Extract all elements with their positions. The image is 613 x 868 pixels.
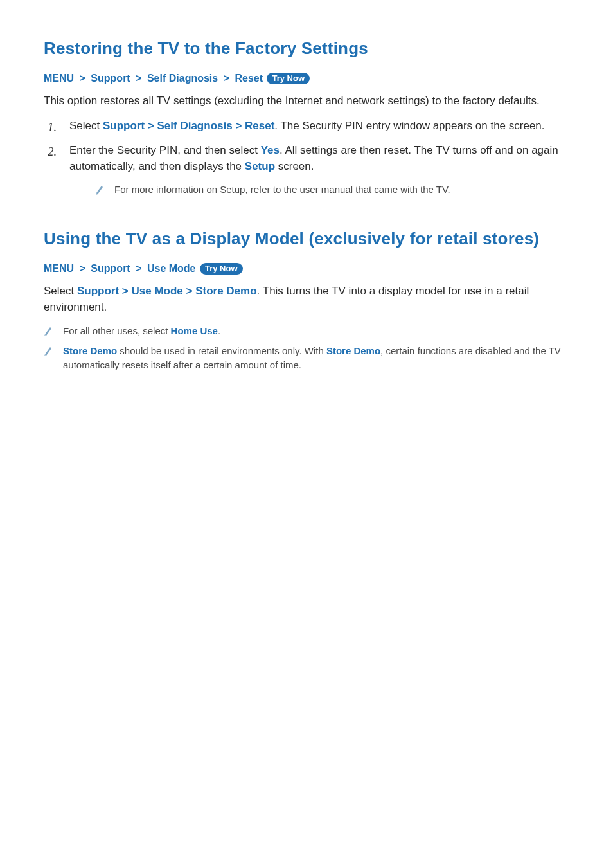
menu-path-item: Use Mode bbox=[147, 263, 196, 274]
pencil-note-icon bbox=[44, 345, 53, 357]
pencil-note-icon bbox=[95, 184, 104, 195]
chevron-right-icon: > bbox=[233, 120, 245, 132]
chevron-right-icon: > bbox=[183, 285, 195, 297]
chevron-right-icon: > bbox=[119, 285, 131, 297]
keyword: Home Use bbox=[171, 325, 218, 336]
section-gap bbox=[44, 206, 569, 229]
note-row: Store Demo should be used in retail envi… bbox=[44, 344, 569, 373]
keyword: Setup bbox=[245, 160, 275, 172]
page: Restoring the TV to the Factory Settings… bbox=[0, 0, 613, 417]
menu-path-item: Self Diagnosis bbox=[147, 73, 218, 84]
section-title-display-model: Using the TV as a Display Model (exclusi… bbox=[44, 229, 569, 249]
menu-path-item: Support bbox=[91, 73, 130, 84]
keyword: Store Demo bbox=[63, 345, 117, 356]
steps-list: Select Support > Self Diagnosis > Reset.… bbox=[44, 118, 569, 197]
note-segment: should be used in retail environments on… bbox=[117, 345, 326, 356]
step-text: screen. bbox=[275, 160, 314, 172]
note-text: For more information on Setup, refer to … bbox=[114, 183, 569, 197]
menu-label: MENU bbox=[44, 263, 74, 274]
chevron-right-icon: > bbox=[77, 263, 88, 274]
note-text: For all other uses, select Home Use. bbox=[63, 324, 569, 339]
menu-path-item: Support bbox=[91, 263, 130, 274]
step-text: Enter the Security PIN, and then select bbox=[69, 144, 261, 156]
keyword: Support bbox=[103, 120, 145, 132]
note-text: Store Demo should be used in retail envi… bbox=[63, 344, 569, 373]
step-text: . The Security PIN entry window appears … bbox=[274, 120, 544, 132]
chevron-right-icon: > bbox=[221, 73, 232, 84]
pencil-note-icon bbox=[44, 325, 53, 337]
keyword: Use Mode bbox=[132, 285, 183, 297]
chevron-right-icon: > bbox=[145, 120, 157, 132]
try-now-badge[interactable]: Try Now bbox=[267, 73, 310, 84]
step-text: Select bbox=[69, 120, 103, 132]
step-item: Enter the Security PIN, and then select … bbox=[44, 143, 569, 197]
try-now-badge[interactable]: Try Now bbox=[200, 263, 243, 275]
step-item: Select Support > Self Diagnosis > Reset.… bbox=[44, 118, 569, 134]
keyword: Reset bbox=[245, 120, 274, 132]
menu-label: MENU bbox=[44, 73, 74, 84]
note-segment: For all other uses, select bbox=[63, 325, 171, 336]
chevron-right-icon: > bbox=[133, 263, 144, 274]
keyword: Self Diagnosis bbox=[157, 120, 233, 132]
menu-path-item: Reset bbox=[235, 73, 263, 84]
chevron-right-icon: > bbox=[77, 73, 88, 84]
menu-path-display-model: MENU > Support > Use Mode Try Now bbox=[44, 263, 569, 275]
paragraph: Select Support > Use Mode > Store Demo. … bbox=[44, 284, 569, 315]
para-text: Select bbox=[44, 285, 77, 297]
section-title-restoring: Restoring the TV to the Factory Settings bbox=[44, 39, 569, 59]
menu-path-restoring: MENU > Support > Self Diagnosis > Reset … bbox=[44, 73, 569, 84]
note-row: For more information on Setup, refer to … bbox=[69, 183, 569, 197]
keyword: Support bbox=[77, 285, 119, 297]
intro-paragraph: This option restores all TV settings (ex… bbox=[44, 93, 569, 109]
keyword: Store Demo bbox=[326, 345, 380, 356]
chevron-right-icon: > bbox=[133, 73, 144, 84]
keyword: Store Demo bbox=[195, 285, 256, 297]
keyword: Yes bbox=[261, 144, 280, 156]
note-segment: . bbox=[218, 325, 220, 336]
note-row: For all other uses, select Home Use. bbox=[44, 324, 569, 339]
